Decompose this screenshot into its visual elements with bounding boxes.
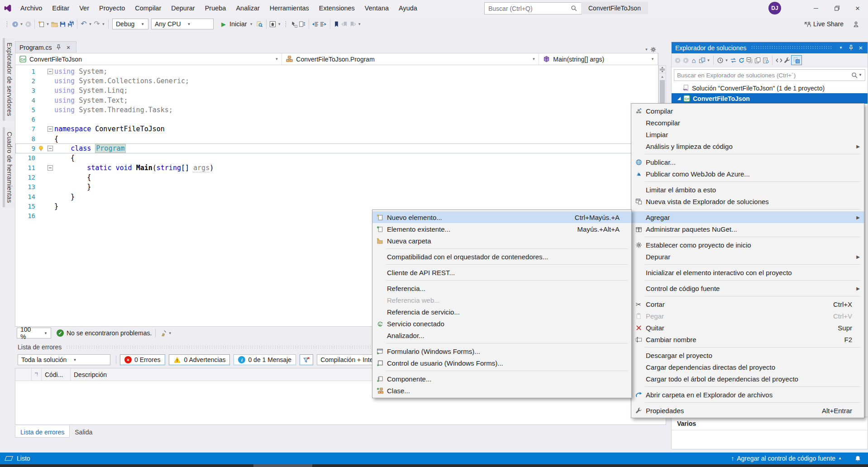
doc-copy-icon[interactable] bbox=[754, 57, 762, 64]
bm-next-icon[interactable] bbox=[349, 20, 357, 28]
menu-editar[interactable]: Editar bbox=[47, 0, 74, 16]
tab-output[interactable]: Salida bbox=[70, 425, 97, 438]
grip-icon[interactable] bbox=[282, 20, 290, 28]
menu-ayuda[interactable]: Ayuda bbox=[394, 0, 422, 16]
submenu-item-15[interactable]: Control de usuario (Windows Forms)... bbox=[372, 357, 631, 369]
breadcrumb-0[interactable]: C#ConvertFileToJson▼ bbox=[15, 53, 282, 65]
zoom-dropdown[interactable]: 100 %▼ bbox=[17, 328, 51, 338]
context-menu-item-6[interactable]: Publicar como WebJob de Azure... bbox=[631, 168, 864, 180]
code-line-12[interactable]: 12 { bbox=[15, 172, 658, 182]
doc-preview-icon[interactable] bbox=[762, 57, 770, 64]
context-menu-item-19[interactable]: Control de código fuente▶ bbox=[631, 282, 864, 294]
fold-collapse-icon[interactable] bbox=[46, 165, 54, 171]
split-handle-icon[interactable] bbox=[659, 66, 666, 73]
live-share-icon[interactable] bbox=[803, 20, 811, 28]
indent-icon[interactable] bbox=[320, 20, 328, 28]
context-menu-item-5[interactable]: Publicar... bbox=[631, 156, 864, 168]
close-panel-icon[interactable]: × bbox=[856, 44, 866, 51]
submenu-item-8[interactable]: Referencia... bbox=[372, 282, 631, 294]
editor-options-gear-icon[interactable] bbox=[649, 46, 657, 53]
bookmark-icon[interactable] bbox=[333, 20, 341, 28]
document-list-caret-icon[interactable]: ▼ bbox=[644, 48, 649, 52]
undo-icon[interactable]: ↶ bbox=[80, 20, 88, 28]
code-line-14[interactable]: 14 } bbox=[15, 192, 658, 201]
code-line-6[interactable]: 6 bbox=[15, 114, 658, 124]
messages-filter-button[interactable]: i 0 de 1 Mensaje bbox=[234, 354, 296, 365]
menu-prueba[interactable]: Prueba bbox=[200, 0, 231, 16]
error-scope-dropdown[interactable]: Toda la solución▼ bbox=[18, 354, 110, 365]
code-view-icon[interactable] bbox=[775, 57, 783, 64]
layers-icon[interactable] bbox=[698, 57, 706, 64]
feedback-icon[interactable] bbox=[852, 20, 860, 28]
configuration-dropdown[interactable]: Debug▼ bbox=[112, 19, 148, 29]
minimize-button[interactable]: ─ bbox=[806, 0, 826, 16]
submenu-item-4[interactable]: Compatibilidad con el orquestador de con… bbox=[372, 251, 631, 262]
code-line-1[interactable]: 1using System; bbox=[15, 67, 658, 76]
solution-search-input[interactable]: Buscar en Explorador de soluciones (Ctrl… bbox=[674, 69, 865, 81]
context-menu-item-14[interactable]: Establecer como proyecto de inicio bbox=[631, 239, 864, 251]
caret-icon[interactable]: ▼ bbox=[19, 22, 24, 26]
context-menu-item-17[interactable]: Inicializar el elemento interactivo con … bbox=[631, 267, 864, 278]
sync-icon[interactable] bbox=[729, 57, 737, 64]
menu-herramientas[interactable]: Herramientas bbox=[265, 0, 314, 16]
context-menu-item-27[interactable]: Cargar dependencias directas del proyect… bbox=[631, 361, 864, 373]
expander-icon[interactable] bbox=[675, 95, 682, 102]
submenu-item-17[interactable]: Componente... bbox=[372, 373, 631, 385]
context-menu-item-26[interactable]: Descargar el proyecto bbox=[631, 349, 864, 361]
caret-icon[interactable]: ▼ bbox=[357, 22, 362, 26]
submenu-item-11[interactable]: Servicio conectado bbox=[372, 318, 631, 329]
toolbox-vertical-tab[interactable]: Cuadro de herramientas bbox=[3, 127, 14, 208]
close-button[interactable]: × bbox=[847, 0, 868, 16]
restore-button[interactable] bbox=[826, 0, 847, 16]
solution-node[interactable]: Solución "ConvertFileToJson" (1 de 1 pro… bbox=[672, 83, 868, 93]
context-menu-item-3[interactable]: Análisis y limpieza de código▶ bbox=[631, 140, 864, 152]
code-line-5[interactable]: 5using System.Threading.Tasks; bbox=[15, 105, 658, 114]
avatar[interactable]: DJ bbox=[768, 2, 781, 14]
submenu-item-0[interactable]: Nuevo elemento...Ctrl+Mayús.+A bbox=[372, 211, 631, 223]
menu-ver[interactable]: Ver bbox=[74, 0, 94, 16]
submenu-item-9[interactable]: Referencia web... bbox=[372, 294, 631, 306]
code-line-2[interactable]: 2using System.Collections.Generic; bbox=[15, 76, 658, 86]
platform-dropdown[interactable]: Any CPU▼ bbox=[151, 19, 214, 29]
submenu-item-1[interactable]: Elemento existente...Mayús.+Alt+A bbox=[372, 223, 631, 235]
submenu-item-2[interactable]: Nueva carpeta bbox=[372, 235, 631, 247]
attach-icon[interactable] bbox=[256, 20, 264, 28]
scroll-up-icon[interactable]: ▲ bbox=[659, 73, 666, 80]
fwd-sm-icon[interactable] bbox=[682, 57, 690, 64]
code-line-13[interactable]: 13 } bbox=[15, 182, 658, 192]
clock-icon[interactable] bbox=[716, 57, 724, 64]
context-menu-item-30[interactable]: Abrir carpeta en el Explorador de archiv… bbox=[631, 389, 864, 400]
context-menu-item-22[interactable]: PegarCtrl+V bbox=[631, 310, 864, 322]
context-menu-item-32[interactable]: PropiedadesAlt+Entrar bbox=[631, 405, 864, 416]
redo-icon[interactable]: ↷ bbox=[93, 20, 101, 28]
nav-back-icon[interactable] bbox=[11, 20, 19, 28]
code-cleanup-broom-icon[interactable] bbox=[159, 329, 167, 337]
caret-icon[interactable]: ▼ bbox=[88, 22, 93, 26]
breadcrumb-1[interactable]: ConvertFileToJson.Program▼ bbox=[282, 53, 539, 65]
menu-archivo[interactable]: Archivo bbox=[15, 0, 47, 16]
caret-icon[interactable]: ▼ bbox=[277, 22, 282, 26]
submenu-item-10[interactable]: Referencia de servicio... bbox=[372, 306, 631, 318]
submenu-item-12[interactable]: Analizador... bbox=[372, 329, 631, 341]
notifications-bell-icon[interactable] bbox=[854, 455, 862, 462]
warnings-filter-button[interactable]: 0 Advertencias bbox=[169, 354, 230, 365]
context-menu-item-9[interactable]: Nueva vista de Explorador de soluciones bbox=[631, 195, 864, 207]
open-folder-icon[interactable] bbox=[50, 20, 58, 28]
code-line-7[interactable]: 7namespace ConvertFileToJson bbox=[15, 124, 658, 134]
submenu-item-6[interactable]: Cliente de API REST... bbox=[372, 267, 631, 278]
code-line-3[interactable]: 3using System.Linq; bbox=[15, 86, 658, 95]
breadcrumb-2[interactable]: Main(string[] args)▼ bbox=[539, 53, 658, 65]
quick-search-input[interactable]: Buscar (Ctrl+Q) bbox=[484, 2, 582, 14]
context-menu-item-23[interactable]: QuitarSupr bbox=[631, 322, 864, 334]
tab-error-list[interactable]: Lista de errores bbox=[15, 425, 70, 438]
collapse-all-icon[interactable] bbox=[745, 57, 754, 64]
window-position-caret-icon[interactable]: ▼ bbox=[836, 46, 846, 50]
submenu-item-14[interactable]: Formulario (Windows Forms)... bbox=[372, 345, 631, 357]
context-menu-item-12[interactable]: Administrar paquetes NuGet... bbox=[631, 223, 864, 235]
caret-icon[interactable]: ▼ bbox=[45, 22, 50, 26]
server-explorer-vertical-tab[interactable]: Explorador de servidores bbox=[3, 38, 14, 121]
start-debug-button[interactable]: ▶ Iniciar ▼ bbox=[219, 20, 254, 28]
fold-collapse-icon[interactable] bbox=[46, 69, 54, 74]
lightbulb-icon[interactable] bbox=[35, 145, 46, 152]
severity-column-header[interactable] bbox=[15, 368, 32, 381]
